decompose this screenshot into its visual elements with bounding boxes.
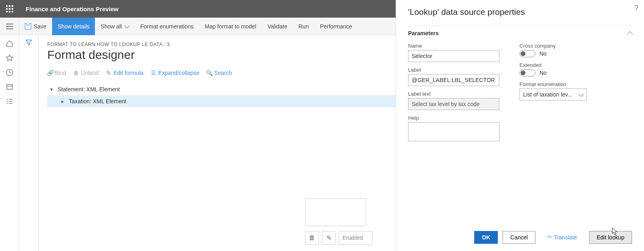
validate-button[interactable]: Validate	[262, 18, 293, 35]
pencil-icon: ✎	[106, 70, 111, 76]
parameters-section-header[interactable]: Parameters	[408, 26, 632, 40]
map-format-button[interactable]: Map format to model	[199, 18, 262, 35]
labeltext-input	[408, 98, 499, 110]
help-icon[interactable]: ?	[634, 4, 638, 12]
performance-button[interactable]: Performance	[314, 18, 358, 35]
extended-label: Extended	[519, 62, 587, 68]
cross-company-label: Cross company	[519, 43, 587, 49]
cross-company-value: No	[539, 50, 547, 57]
label-input[interactable]	[408, 74, 499, 86]
lookup-properties-dialog: ? 'Lookup' data source properties Parame…	[396, 0, 644, 251]
list-icon: ☰	[151, 70, 156, 76]
cancel-button[interactable]: Cancel	[503, 231, 535, 244]
show-details-button[interactable]: Show details	[52, 18, 95, 35]
format-enum-label: Format enumeration	[519, 81, 587, 87]
nav-toggle[interactable]	[0, 18, 19, 35]
app-launcher[interactable]	[0, 0, 19, 18]
edit-formula-action[interactable]: ✎Edit formula	[106, 70, 143, 76]
left-nav	[0, 35, 19, 251]
name-label: Name	[408, 43, 499, 49]
enabled-field[interactable]: Enabled	[339, 231, 372, 245]
unbind-action[interactable]: 🗑Unbind	[73, 70, 99, 76]
translate-button[interactable]: ᴬᶻTranslate	[540, 231, 584, 244]
ok-button[interactable]: OK	[474, 231, 498, 244]
extended-toggle[interactable]	[519, 69, 535, 76]
delete-button[interactable]: 🗑	[305, 231, 319, 245]
chevron-up-icon	[627, 31, 633, 37]
search-action[interactable]: 🔍Search	[207, 70, 232, 76]
extended-value: No	[539, 70, 547, 76]
edit-lookup-button[interactable]: Edit lookup	[589, 231, 632, 244]
format-enum-select[interactable]: List of taxation lev...	[519, 88, 587, 100]
tree-node-label: Statement: XML Element	[58, 86, 120, 92]
chevron-down-icon	[124, 22, 130, 28]
help-label: Help	[408, 115, 499, 121]
favorites-icon[interactable]	[5, 54, 14, 62]
labeltext-label: Label text	[408, 91, 499, 97]
app-title: Finance and Operations Preview	[19, 6, 119, 12]
link-icon: 🔗	[47, 70, 53, 76]
section-title: Parameters	[408, 30, 439, 36]
tree-node-label: Taxation: XML Element	[69, 98, 126, 104]
format-enumerations-button[interactable]: Format enumerations	[135, 18, 199, 35]
svg-rect-1	[7, 84, 12, 89]
dialog-footer: OK Cancel ᴬᶻTranslate Edit lookup	[408, 226, 632, 244]
caret-down-icon[interactable]: ▾	[49, 86, 54, 92]
caret-right-icon[interactable]: ▸	[60, 98, 65, 104]
recent-icon[interactable]	[5, 68, 14, 77]
waffle-icon	[6, 5, 13, 12]
details-box	[305, 198, 366, 226]
filter-column	[19, 35, 38, 251]
cross-company-toggle[interactable]	[519, 50, 535, 57]
trash-icon: 🗑	[73, 70, 79, 76]
search-icon: 🔍	[207, 70, 212, 76]
label-label: Label	[408, 67, 499, 73]
expand-collapse-action[interactable]: ☰Expand/collapse	[151, 70, 199, 76]
bind-action[interactable]: 🔗Bind	[47, 70, 66, 76]
run-button[interactable]: Run	[293, 18, 314, 35]
trash-icon: 🗑	[309, 234, 315, 241]
modules-icon[interactable]	[5, 97, 14, 106]
bottom-toolbar: 🗑 ✎ Enabled	[305, 231, 372, 245]
save-icon	[25, 23, 31, 30]
name-input[interactable]	[408, 50, 499, 62]
save-button[interactable]: Save	[19, 18, 52, 35]
pencil-icon: ✎	[326, 234, 332, 242]
show-all-button[interactable]: Show all	[95, 18, 135, 35]
workspaces-icon[interactable]	[5, 82, 14, 91]
help-input[interactable]	[408, 122, 499, 141]
filter-icon[interactable]	[26, 39, 32, 251]
home-icon[interactable]	[5, 39, 14, 48]
dialog-title: 'Lookup' data source properties	[408, 7, 632, 17]
edit-button[interactable]: ✎	[322, 231, 336, 245]
translate-icon: ᴬᶻ	[547, 235, 552, 241]
